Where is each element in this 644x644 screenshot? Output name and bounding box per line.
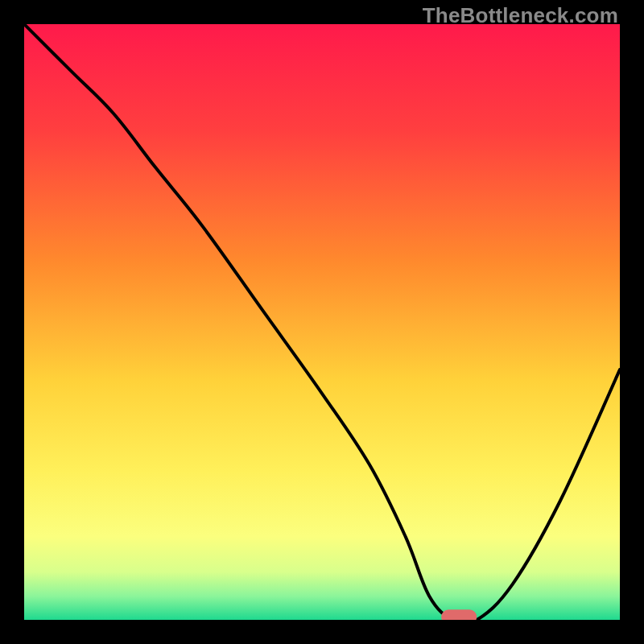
watermark-text: TheBottleneck.com [423, 3, 618, 27]
watermark: TheBottleneck.com [423, 3, 618, 28]
chart-frame [24, 24, 620, 620]
optimal-marker [441, 609, 477, 620]
chart-plot [24, 24, 620, 620]
